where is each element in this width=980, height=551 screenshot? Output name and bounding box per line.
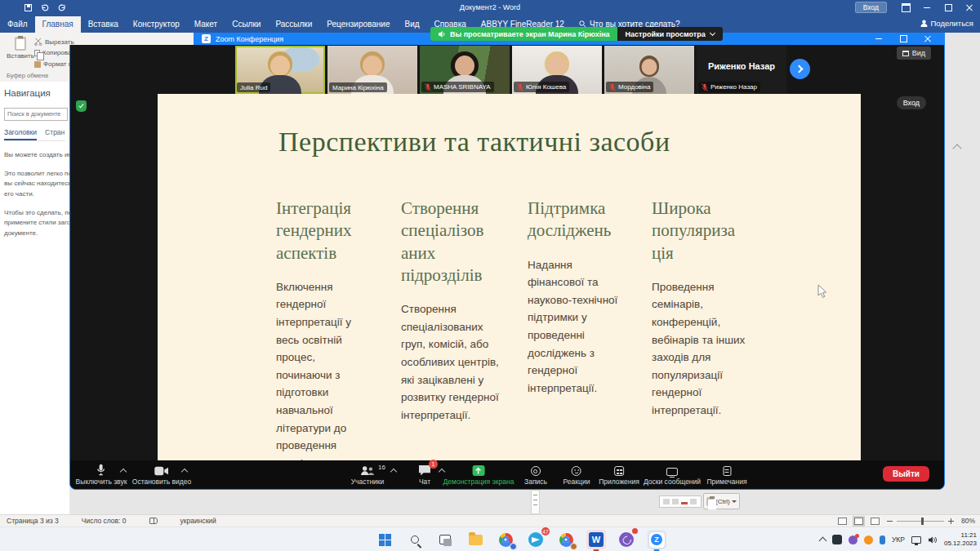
participant-tile[interactable]: Julia Rud [235, 46, 325, 94]
participant-tile[interactable]: Юлія Кошева [512, 46, 602, 94]
video-options-chevron[interactable] [182, 468, 188, 473]
mute-options-chevron[interactable] [121, 468, 127, 473]
participant-tile[interactable]: MASHA SRIBNAYA [420, 46, 510, 94]
telegram-icon [528, 532, 543, 547]
mic-off-icon [702, 83, 708, 91]
participants-button[interactable]: 16 Участники [351, 464, 385, 486]
task-view-button[interactable] [435, 530, 455, 549]
zoom-slider-thumb[interactable] [921, 518, 924, 525]
web-layout-icon[interactable] [871, 518, 880, 525]
tab-home[interactable]: Главная [35, 16, 81, 33]
tray-antivirus-icon[interactable] [864, 535, 873, 544]
chat-button[interactable]: 1 Чат [418, 464, 431, 486]
paste-button[interactable]: Вставить [7, 37, 34, 60]
tab-references[interactable]: Ссылки [225, 16, 268, 33]
participant-display-name: Риженко Назар [697, 46, 786, 86]
viber-badge [632, 528, 638, 534]
network-icon[interactable] [911, 536, 921, 544]
browser-button[interactable] [496, 530, 515, 549]
browser2-button[interactable] [556, 530, 576, 549]
ribbon-display-options-icon[interactable] [895, 0, 916, 15]
tray-time: 11:21 [961, 531, 977, 539]
word-taskbar-button[interactable]: W [586, 530, 606, 549]
zoom-minimize-button[interactable] [866, 33, 891, 45]
view-options-button[interactable]: Настройки просмотра [617, 27, 723, 41]
proofing-icon[interactable] [149, 518, 158, 524]
zoom-in-icon[interactable] [948, 518, 954, 524]
reactions-button[interactable]: Реакции [564, 464, 590, 486]
zoom-signin-badge[interactable]: Вход [897, 96, 926, 109]
telegram-button[interactable]: 47 [526, 530, 546, 549]
apps-button[interactable]: Приложения [599, 464, 639, 486]
viber-button[interactable] [617, 530, 636, 549]
word-signin-button[interactable]: Вход [855, 2, 887, 13]
view-layout-button[interactable]: Вид [897, 47, 931, 60]
chevron-down-icon [710, 30, 715, 36]
leave-meeting-button[interactable]: Выйти [883, 466, 929, 482]
column-body: Включення гендерної інтерпретації у весь… [276, 278, 374, 473]
word-close-button[interactable] [959, 0, 980, 15]
document-search-input[interactable] [4, 108, 68, 121]
next-participants-button[interactable] [790, 59, 810, 79]
mini-format-toolbar[interactable] [659, 495, 702, 508]
record-button[interactable]: Запись [524, 464, 547, 486]
volume-icon[interactable] [928, 535, 938, 544]
start-button[interactable] [375, 530, 394, 549]
paste-options-button[interactable]: (Ctrl) [703, 493, 740, 509]
cut-button[interactable]: Вырезать [34, 38, 74, 46]
dropdown-caret-icon [732, 500, 737, 503]
read-mode-icon[interactable] [838, 518, 847, 525]
browser2-sub-badge [570, 543, 577, 550]
taskbar-clock[interactable]: 11:21 05.12.2023 [944, 531, 977, 548]
word-icon: W [589, 532, 604, 547]
participant-tile[interactable]: Марина Кірюхіна [327, 46, 417, 94]
language-switcher[interactable]: УКР [892, 535, 905, 544]
zoom-slider-track[interactable] [897, 521, 944, 522]
word-minimize-button[interactable] [916, 0, 938, 15]
tab-mailings[interactable]: Рассылки [268, 16, 319, 33]
tray-microphone-icon[interactable] [880, 535, 885, 544]
whiteboards-button[interactable]: Доски сообщений [644, 464, 701, 486]
tab-file[interactable]: Файл [0, 16, 35, 33]
file-explorer-button[interactable] [466, 530, 485, 549]
copy-button[interactable]: Копирова [34, 49, 71, 56]
tab-view[interactable]: Вид [398, 16, 427, 33]
word-share-button[interactable]: Поделиться [920, 19, 973, 28]
participants-options-chevron[interactable] [391, 468, 397, 473]
zoom-level[interactable]: 80% [961, 517, 975, 525]
participant-tile[interactable]: Мордовіна [604, 46, 694, 94]
zoom-out-icon[interactable] [887, 521, 893, 522]
tray-app-icon[interactable] [832, 535, 842, 544]
tab-insert[interactable]: Вставка [81, 16, 126, 33]
tray-viber-icon[interactable] [849, 535, 858, 544]
tab-review[interactable]: Рецензирование [319, 16, 397, 33]
zoom-maximize-button[interactable] [891, 33, 915, 45]
nav-tab-headings[interactable]: Заголовки [4, 128, 37, 140]
tray-expand-chevron[interactable] [818, 537, 826, 545]
format-painter-button[interactable]: Формат п [34, 60, 72, 68]
notes-button[interactable]: Примечания [706, 464, 746, 486]
shared-presentation-slide: Перспективи та тактичні засоби Інтеграці… [158, 94, 861, 461]
mute-button[interactable]: Выключить звук [76, 464, 127, 486]
zoom-taskbar-button[interactable]: WZ [647, 530, 666, 549]
print-layout-icon[interactable] [854, 518, 863, 525]
taskbar-search-button[interactable] [405, 530, 425, 549]
scroll-up-chevron-icon[interactable] [952, 144, 961, 153]
encryption-shield-icon[interactable] [76, 100, 87, 112]
tab-design[interactable]: Конструктор [126, 16, 187, 33]
share-screen-button[interactable]: Демонстрация экрана [443, 464, 514, 486]
participant-tile[interactable]: Риженко Назар Риженко Назар [697, 46, 786, 94]
page-indicator[interactable]: Страница 3 из 3 [7, 517, 59, 525]
zoom-close-button[interactable] [915, 33, 940, 45]
language-indicator[interactable]: украинский [180, 517, 216, 525]
speaker-icon [438, 30, 446, 38]
nav-tab-pages[interactable]: Стран [45, 128, 65, 140]
mouse-cursor [817, 284, 828, 299]
word-count[interactable]: Число слов: 0 [82, 517, 127, 525]
tab-layout[interactable]: Макет [187, 16, 225, 33]
tray-date: 05.12.2023 [944, 540, 977, 547]
zoom-slider[interactable] [887, 518, 954, 524]
nav-hint-text: Чтобы это сделать, пер примените стили з… [4, 208, 65, 238]
word-maximize-button[interactable] [938, 0, 959, 15]
zoom-toolbar: Выключить звук Остановить видео 16 Участ… [70, 460, 944, 489]
